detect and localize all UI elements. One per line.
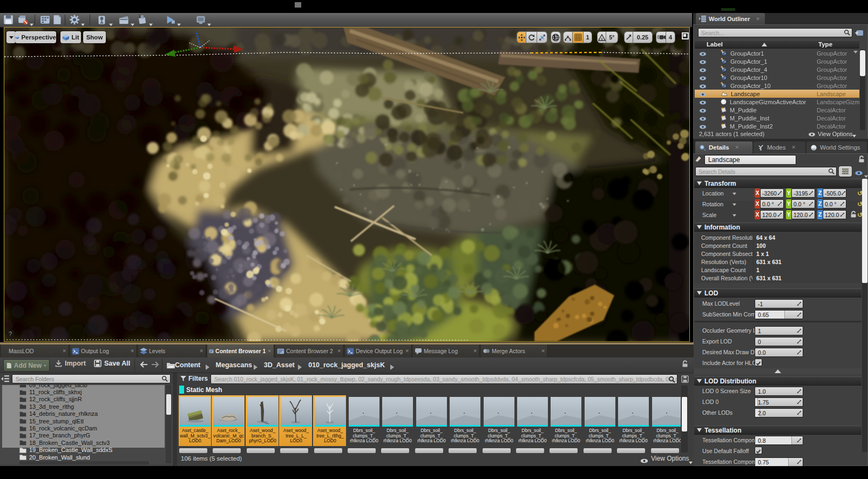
svg-text:?: ? <box>9 330 12 337</box>
